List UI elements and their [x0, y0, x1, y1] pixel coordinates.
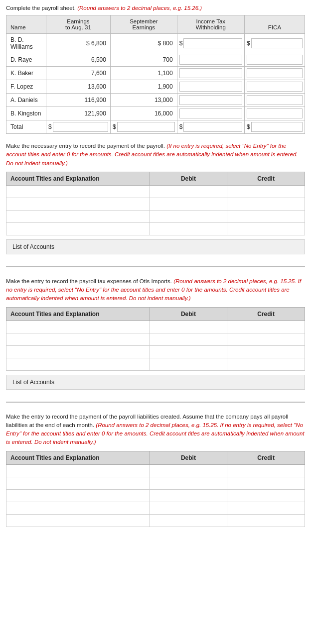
entry-title-input-2-3[interactable] [8, 347, 148, 356]
fica-input-5[interactable] [247, 108, 303, 118]
entry-credit-input-3-5[interactable] [229, 516, 303, 525]
entry-debit-cell[interactable] [150, 185, 227, 198]
income-tax-input-5[interactable] [179, 108, 242, 118]
entry-debit-input-1-1[interactable] [152, 187, 225, 196]
entry-title-cell[interactable] [6, 489, 150, 502]
entry-title-input-1-4[interactable] [8, 224, 148, 233]
entry-credit-input-3-3[interactable] [229, 491, 303, 500]
income-tax-input-3[interactable] [179, 82, 242, 92]
entry-title-input-1-1[interactable] [8, 187, 148, 196]
entry-credit-cell[interactable] [227, 345, 305, 358]
entry-title-cell[interactable] [6, 321, 150, 333]
entry-title-cell[interactable] [6, 464, 150, 477]
entry-credit-cell[interactable] [227, 358, 305, 370]
entry-debit-input-1-2[interactable] [152, 200, 225, 209]
entry-title-input-2-4[interactable] [8, 360, 148, 369]
income-tax-cell[interactable] [177, 67, 244, 80]
entry-title-cell[interactable] [6, 345, 150, 358]
entry-title-input-3-3[interactable] [8, 491, 148, 500]
entry-credit-input-2-3[interactable] [229, 347, 303, 356]
entry-debit-cell[interactable] [150, 198, 227, 210]
entry-credit-cell[interactable] [227, 464, 305, 477]
entry-debit-cell[interactable] [150, 222, 227, 235]
entry-credit-input-3-1[interactable] [229, 466, 303, 475]
entry-title-input-3-4[interactable] [8, 504, 148, 513]
fica-cell[interactable] [244, 67, 305, 80]
total-income-tax-cell[interactable]: $ [177, 120, 244, 134]
entry-credit-cell[interactable] [227, 321, 305, 333]
entry-credit-cell[interactable] [227, 477, 305, 489]
entry-debit-input-2-3[interactable] [152, 347, 225, 356]
entry-debit-input-2-1[interactable] [152, 322, 225, 331]
total-fica-input[interactable] [251, 122, 303, 132]
income-tax-input-4[interactable] [179, 95, 242, 105]
entry-title-cell[interactable] [6, 358, 150, 370]
entry-credit-input-1-2[interactable] [229, 200, 303, 209]
entry-credit-cell[interactable] [227, 333, 305, 345]
entry-debit-cell[interactable] [150, 489, 227, 502]
entry-debit-input-3-5[interactable] [152, 516, 225, 525]
entry-credit-cell[interactable] [227, 210, 305, 222]
entry-debit-input-3-4[interactable] [152, 504, 225, 513]
entry-credit-cell[interactable] [227, 514, 305, 527]
total-sep-earnings-cell[interactable]: $ [110, 120, 177, 134]
entry-credit-input-3-2[interactable] [229, 479, 303, 488]
entry-title-cell[interactable] [6, 185, 150, 198]
entry-debit-input-1-3[interactable] [152, 212, 225, 221]
total-earnings-aug-cell[interactable]: $ [46, 120, 110, 134]
entry-debit-cell[interactable] [150, 514, 227, 527]
income-tax-cell[interactable] [177, 53, 244, 67]
entry-credit-input-1-4[interactable] [229, 224, 303, 233]
entry-debit-cell[interactable] [150, 358, 227, 370]
income-tax-input-2[interactable] [179, 68, 242, 78]
entry-debit-cell[interactable] [150, 502, 227, 514]
entry-title-cell[interactable] [6, 210, 150, 222]
entry-credit-input-2-1[interactable] [229, 322, 303, 331]
entry-title-cell[interactable] [6, 502, 150, 514]
total-sep-earnings-input[interactable] [117, 122, 175, 132]
entry-debit-input-3-3[interactable] [152, 491, 225, 500]
entry-title-cell[interactable] [6, 477, 150, 489]
entry-title-cell[interactable] [6, 514, 150, 527]
income-tax-input-0[interactable] [183, 38, 242, 48]
entry-debit-cell[interactable] [150, 321, 227, 333]
entry-debit-input-3-2[interactable] [152, 479, 225, 488]
list-of-accounts-button-1[interactable]: List of Accounts [6, 239, 305, 254]
entry-title-input-2-1[interactable] [8, 322, 148, 331]
fica-input-4[interactable] [247, 95, 303, 105]
entry-debit-input-3-1[interactable] [152, 466, 225, 475]
entry-debit-cell[interactable] [150, 477, 227, 489]
entry-credit-input-1-1[interactable] [229, 187, 303, 196]
entry-title-cell[interactable] [6, 198, 150, 210]
fica-cell[interactable] [244, 80, 305, 94]
entry-title-input-3-1[interactable] [8, 466, 148, 475]
entry-title-input-1-2[interactable] [8, 200, 148, 209]
fica-input-1[interactable] [247, 55, 303, 65]
entry-credit-input-1-3[interactable] [229, 212, 303, 221]
entry-debit-cell[interactable] [150, 210, 227, 222]
fica-input-0[interactable] [251, 38, 303, 48]
fica-cell[interactable] [244, 94, 305, 107]
income-tax-input-1[interactable] [179, 55, 242, 65]
entry-debit-cell[interactable] [150, 345, 227, 358]
entry-debit-input-1-4[interactable] [152, 224, 225, 233]
income-tax-cell[interactable] [177, 80, 244, 94]
fica-cell[interactable] [244, 53, 305, 67]
entry-title-input-3-2[interactable] [8, 479, 148, 488]
income-tax-cell[interactable]: $ [177, 34, 244, 53]
total-fica-cell[interactable]: $ [244, 120, 305, 134]
entry-title-input-1-3[interactable] [8, 212, 148, 221]
entry-debit-input-2-4[interactable] [152, 360, 225, 369]
income-tax-cell[interactable] [177, 94, 244, 107]
total-income-tax-input[interactable] [183, 122, 242, 132]
entry-credit-input-3-4[interactable] [229, 504, 303, 513]
fica-input-3[interactable] [247, 82, 303, 92]
income-tax-cell[interactable] [177, 107, 244, 120]
entry-credit-cell[interactable] [227, 489, 305, 502]
entry-credit-input-2-2[interactable] [229, 335, 303, 344]
entry-debit-cell[interactable] [150, 464, 227, 477]
entry-credit-cell[interactable] [227, 222, 305, 235]
total-earnings-aug-input[interactable] [53, 122, 108, 132]
entry-credit-input-2-4[interactable] [229, 360, 303, 369]
fica-input-2[interactable] [247, 68, 303, 78]
